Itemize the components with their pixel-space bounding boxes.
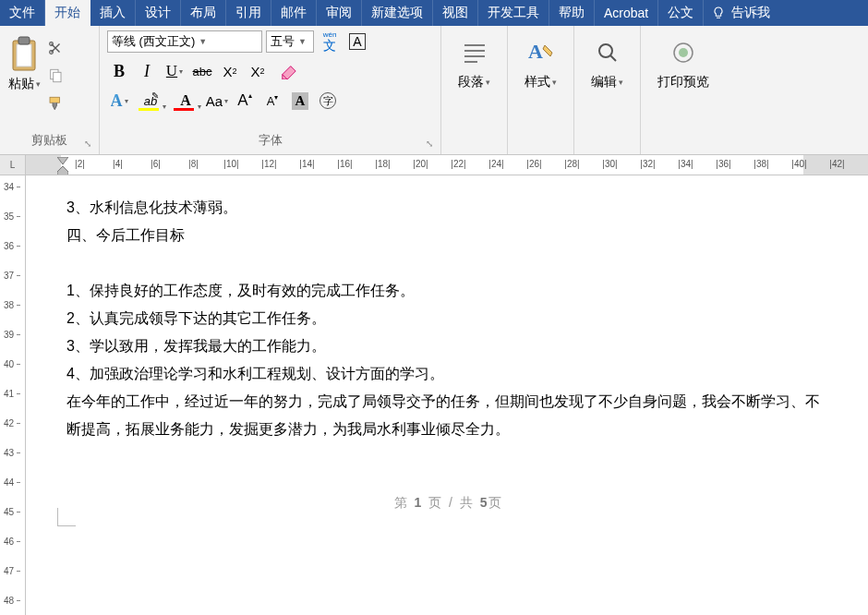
character-shading-button[interactable]: A: [288, 89, 312, 113]
eraser-icon: [279, 63, 299, 79]
strikethrough-button[interactable]: abc: [190, 59, 214, 83]
tab-insert[interactable]: 插入: [90, 0, 136, 26]
format-painter-button[interactable]: [46, 94, 65, 113]
vruler-tick: [17, 512, 20, 512]
vruler-number: 47: [4, 566, 14, 576]
ruler-number: |6|: [151, 159, 161, 169]
ruler-left-margin: [26, 155, 61, 175]
doc-line: 2、认真完成领导下达的其它工作任务。: [66, 305, 831, 332]
ribbon: 粘贴▾ 剪贴板⤡ 等线 (西文正文)▼ 五号▼: [0, 26, 868, 155]
document-body[interactable]: 3、水利信息化技术薄弱。 四、今后工作目标 1、保持良好的工作态度，及时有效的完…: [66, 194, 831, 443]
paintbrush-icon: [47, 95, 64, 112]
font-name-combo[interactable]: 等线 (西文正文)▼: [107, 30, 262, 53]
character-border-button[interactable]: A: [345, 30, 369, 54]
svg-rect-6: [54, 72, 61, 82]
tab-layout[interactable]: 布局: [181, 0, 226, 26]
tab-design[interactable]: 设计: [136, 0, 181, 26]
tell-me-label: 告诉我: [731, 5, 770, 21]
ruler-number: |18|: [375, 159, 390, 169]
highlight-color-swatch: [139, 108, 159, 111]
change-case-aa: Aa: [206, 93, 223, 109]
tab-new-option[interactable]: 新建选项: [362, 0, 433, 26]
copy-button[interactable]: [46, 66, 65, 85]
ruler-number: |26|: [526, 159, 541, 169]
paragraph-label: 段落: [458, 74, 484, 90]
highlight-button[interactable]: ab✎▾: [135, 89, 166, 113]
chevron-down-icon: ▼: [298, 37, 307, 46]
font-color-button[interactable]: A▾: [170, 89, 201, 113]
print-preview-button[interactable]: 打印预览: [648, 30, 718, 90]
bold-button[interactable]: B: [107, 59, 131, 83]
ruler-number: |42|: [829, 159, 844, 169]
change-case-button[interactable]: Aa▾: [205, 89, 229, 113]
vruler-number: 43: [4, 448, 14, 458]
cut-button[interactable]: [46, 39, 65, 57]
group-editing: 编辑▾: [574, 26, 641, 154]
tab-home[interactable]: 开始: [45, 0, 90, 26]
workspace: 343536373839404142434445464748 3、水利信息化技术…: [0, 175, 868, 615]
vruler-number: 48: [4, 596, 14, 606]
clipboard-launcher-icon[interactable]: ⤡: [84, 139, 91, 149]
chevron-down-icon: ▾: [224, 97, 228, 105]
paragraph-button[interactable]: 段落▾: [449, 30, 500, 90]
svg-rect-1: [17, 44, 31, 66]
superscript-button[interactable]: X2: [246, 59, 270, 83]
subscript-button[interactable]: X2: [218, 59, 242, 83]
tab-gongwen[interactable]: 公文: [658, 0, 704, 26]
vruler-number: 34: [4, 182, 14, 192]
ruler-number: |10|: [223, 159, 238, 169]
font-size-value: 五号: [271, 33, 295, 50]
document-page[interactable]: 3、水利信息化技术薄弱。 四、今后工作目标 1、保持良好的工作态度，及时有效的完…: [26, 175, 868, 615]
phonetic-guide-button[interactable]: wén 文: [318, 30, 342, 54]
underline-button[interactable]: U▾: [163, 59, 187, 83]
ruler-number: |34|: [678, 159, 693, 169]
vruler-tick: [17, 275, 20, 276]
tab-acrobat[interactable]: Acrobat: [595, 0, 658, 26]
vruler-tick: [17, 364, 20, 365]
sup-2: 2: [260, 66, 265, 76]
svg-marker-13: [57, 166, 68, 175]
search-icon: [595, 40, 621, 66]
page-corner-marker: [57, 508, 76, 526]
vruler-tick: [17, 334, 20, 335]
shrink-font-button[interactable]: A▾: [260, 89, 284, 113]
tab-review[interactable]: 审阅: [317, 0, 362, 26]
text-effects-button[interactable]: A▾: [107, 89, 131, 113]
clear-formatting-button[interactable]: [273, 59, 305, 83]
hanging-indent-marker[interactable]: [57, 166, 68, 175]
vruler-tick: [17, 541, 20, 542]
tab-file[interactable]: 文件: [0, 0, 45, 26]
vruler-number: 39: [4, 330, 14, 340]
enclose-characters-button[interactable]: 字: [316, 89, 340, 113]
font-launcher-icon[interactable]: ⤡: [426, 139, 433, 149]
print-preview-label: 打印预览: [657, 74, 709, 90]
paste-button[interactable]: 粘贴▾: [7, 30, 41, 92]
tab-help[interactable]: 帮助: [549, 0, 595, 26]
vruler-number: 36: [4, 241, 14, 251]
tab-references[interactable]: 引用: [226, 0, 271, 26]
tab-view[interactable]: 视图: [433, 0, 478, 26]
font-size-combo[interactable]: 五号▼: [266, 30, 314, 53]
editing-button[interactable]: 编辑▾: [582, 30, 633, 90]
horizontal-ruler[interactable]: |2||4||6||8||10||12||14||16||18||20||22|…: [26, 155, 868, 175]
tell-me-search[interactable]: 告诉我: [704, 0, 778, 26]
doc-line: 1、保持良好的工作态度，及时有效的完成工作任务。: [66, 277, 831, 305]
vertical-ruler[interactable]: 343536373839404142434445464748: [0, 175, 26, 615]
first-line-indent-marker[interactable]: [57, 157, 68, 164]
doc-line: 4、加强政治理论学习和水利工程规划、设计方面的学习。: [66, 360, 831, 388]
group-clipboard: 粘贴▾ 剪贴板⤡: [0, 26, 100, 154]
chevron-down-icon: ▾: [125, 97, 128, 105]
svg-point-9: [599, 44, 612, 57]
tab-developer[interactable]: 开发工具: [478, 0, 549, 26]
grow-font-button[interactable]: A▴: [233, 89, 257, 113]
sub-x: X: [223, 64, 232, 79]
italic-button[interactable]: I: [135, 59, 159, 83]
lightbulb-icon: [711, 6, 726, 20]
vruler-number: 37: [4, 271, 14, 281]
ruler-number: |40|: [791, 159, 806, 169]
styles-button[interactable]: A 样式▾: [515, 30, 566, 90]
editing-label: 编辑: [591, 74, 617, 90]
ruler-number: |24|: [488, 159, 503, 169]
ruler-tab-selector[interactable]: L: [0, 155, 26, 175]
tab-mailings[interactable]: 邮件: [271, 0, 317, 26]
